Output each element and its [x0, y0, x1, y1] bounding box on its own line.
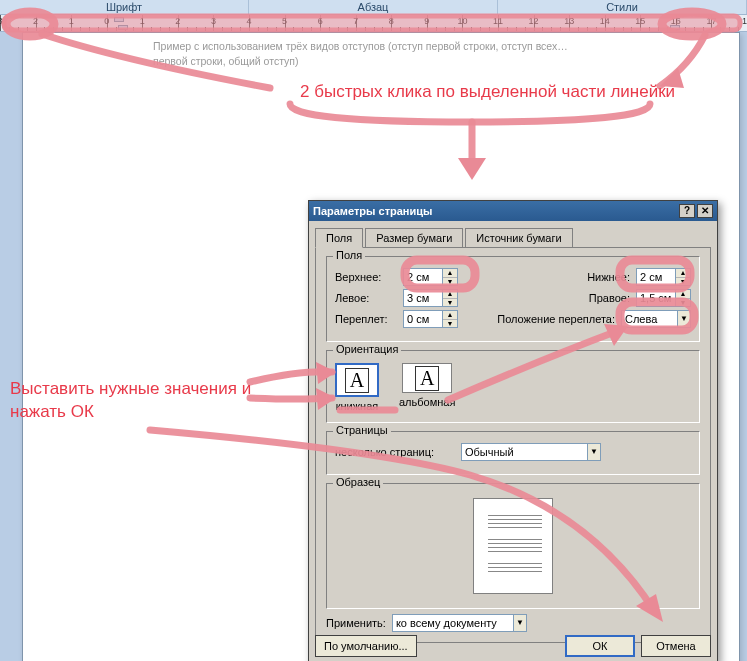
ruler-tick-label: 10: [457, 16, 467, 26]
ribbon-group-paragraph: Абзац: [249, 0, 498, 14]
ruler-tick-label: 13: [564, 16, 574, 26]
dialog-button-row: По умолчанию... ОК Отмена: [315, 635, 711, 657]
bottom-margin-spinner[interactable]: ▲▼: [675, 269, 690, 285]
ruler-tick-label: 18: [742, 16, 747, 26]
dialog-titlebar[interactable]: Параметры страницы ? ✕: [309, 201, 717, 221]
ruler-tick-label: 2: [33, 16, 38, 26]
multi-pages-label: несколько страниц:: [335, 446, 455, 458]
ruler-tick-label: 15: [635, 16, 645, 26]
page-setup-dialog: Параметры страницы ? ✕ Поля Размер бумаг…: [308, 200, 718, 661]
chevron-down-icon[interactable]: ▼: [587, 444, 600, 460]
orientation-legend: Ориентация: [333, 343, 401, 355]
ruler-tick-label: 11: [493, 16, 503, 26]
chevron-down-icon[interactable]: ▼: [513, 615, 526, 631]
ruler-tick-label: 14: [600, 16, 610, 26]
ruler-tick-label: 8: [389, 16, 394, 26]
dialog-close-button[interactable]: ✕: [697, 204, 713, 218]
right-margin-spinner[interactable]: ▲▼: [675, 290, 690, 306]
orientation-landscape[interactable]: A альбомная: [399, 363, 455, 412]
ruler-tick-label: 0: [104, 16, 109, 26]
pages-group: Страницы несколько страниц: ▼: [326, 431, 700, 475]
right-margin-input[interactable]: ▲▼: [636, 289, 691, 307]
default-button[interactable]: По умолчанию...: [315, 635, 417, 657]
bottom-margin-input[interactable]: ▲▼: [636, 268, 691, 286]
pages-legend: Страницы: [333, 424, 391, 436]
dialog-help-button[interactable]: ?: [679, 204, 695, 218]
ribbon-group-labels: Шрифт Абзац Стили: [0, 0, 747, 14]
ribbon-group-font: Шрифт: [0, 0, 249, 14]
ruler-tick-label: 3: [0, 16, 3, 26]
apply-to-combo[interactable]: ▼: [392, 614, 527, 632]
ruler-tick-label: 1: [140, 16, 145, 26]
tab-paper-size[interactable]: Размер бумаги: [365, 228, 463, 248]
left-margin-input[interactable]: ▲▼: [403, 289, 458, 307]
orientation-group: Ориентация A книжная A альбомная: [326, 350, 700, 423]
top-margin-input[interactable]: ▲▼: [403, 268, 458, 286]
tab-paper-source[interactable]: Источник бумаги: [465, 228, 572, 248]
ruler-tick-label: 5: [282, 16, 287, 26]
document-text: Пример с использованием трёх видов отсту…: [153, 39, 683, 68]
margins-legend: Поля: [333, 249, 365, 261]
gutter-input[interactable]: ▲▼: [403, 310, 458, 328]
dialog-tabs: Поля Размер бумаги Источник бумаги: [309, 221, 717, 247]
ruler-tick-label: 4: [246, 16, 251, 26]
ruler-tick-label: 12: [529, 16, 539, 26]
preview-thumbnail: [473, 498, 553, 594]
preview-group: Образец: [326, 483, 700, 609]
bottom-margin-label: Нижнее:: [570, 271, 630, 283]
horizontal-ruler[interactable]: 3210123456789101112131415161718: [0, 14, 747, 32]
ok-button[interactable]: ОК: [565, 635, 635, 657]
orientation-portrait[interactable]: A книжная: [335, 363, 379, 412]
left-margin-label: Левое:: [335, 292, 397, 304]
gutter-spinner[interactable]: ▲▼: [442, 311, 457, 327]
hanging-indent-marker[interactable]: [118, 25, 128, 30]
ribbon-group-styles: Стили: [498, 0, 747, 14]
tab-margins[interactable]: Поля: [315, 228, 363, 248]
chevron-down-icon[interactable]: ▼: [677, 311, 690, 327]
ruler-tick-label: 1: [69, 16, 74, 26]
landscape-icon: A: [415, 366, 439, 391]
gutter-label: Переплет:: [335, 313, 397, 325]
gutter-pos-combo[interactable]: ▼: [621, 310, 691, 328]
ruler-tick-label: 3: [211, 16, 216, 26]
ruler-tick-label: 7: [353, 16, 358, 26]
right-indent-marker[interactable]: [670, 25, 680, 30]
ruler-tick-label: 2: [175, 16, 180, 26]
apply-to-row: Применить: ▼: [326, 614, 527, 632]
tab-body: Поля Верхнее: ▲▼ Нижнее: ▲▼ Левое: ▲: [315, 247, 711, 643]
top-margin-spinner[interactable]: ▲▼: [442, 269, 457, 285]
dialog-title: Параметры страницы: [313, 205, 432, 217]
ruler-tick-label: 9: [424, 16, 429, 26]
left-margin-spinner[interactable]: ▲▼: [442, 290, 457, 306]
ruler-tick-label: 6: [318, 16, 323, 26]
gutter-pos-label: Положение переплета:: [487, 313, 615, 325]
right-margin-label: Правое:: [570, 292, 630, 304]
apply-to-label: Применить:: [326, 617, 386, 629]
cancel-button[interactable]: Отмена: [641, 635, 711, 657]
first-line-indent-marker[interactable]: [114, 17, 124, 22]
ruler-tick-label: 17: [706, 16, 716, 26]
portrait-icon: A: [345, 368, 369, 393]
top-margin-label: Верхнее:: [335, 271, 397, 283]
preview-legend: Образец: [333, 476, 383, 488]
margins-group: Поля Верхнее: ▲▼ Нижнее: ▲▼ Левое: ▲: [326, 256, 700, 342]
multi-pages-combo[interactable]: ▼: [461, 443, 601, 461]
